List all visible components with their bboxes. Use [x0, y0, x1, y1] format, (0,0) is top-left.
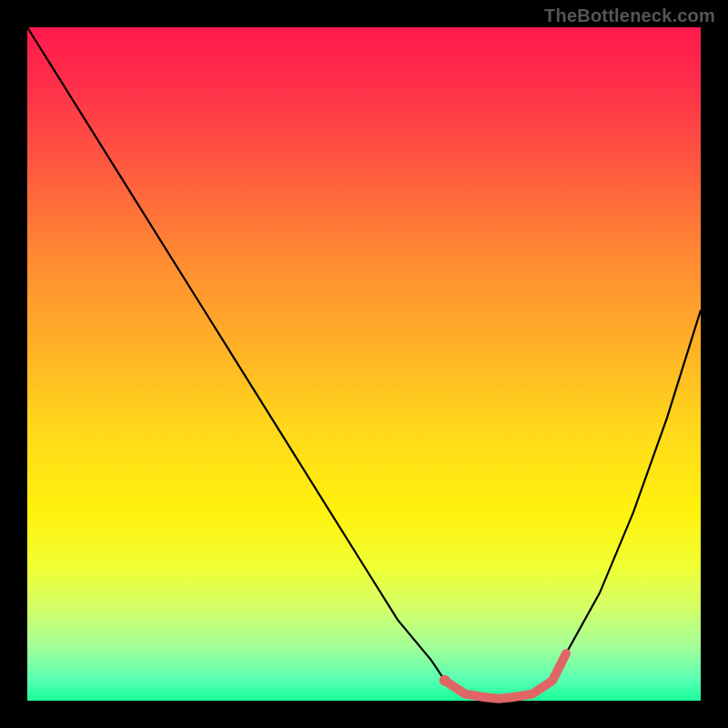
bottleneck-curve [27, 27, 701, 699]
watermark-text: TheBottleneck.com [544, 5, 715, 26]
highlight-dot [440, 675, 450, 686]
chart-overlay [27, 27, 701, 701]
optimal-zone-highlight [445, 653, 566, 699]
chart-container: TheBottleneck.com [0, 0, 728, 728]
